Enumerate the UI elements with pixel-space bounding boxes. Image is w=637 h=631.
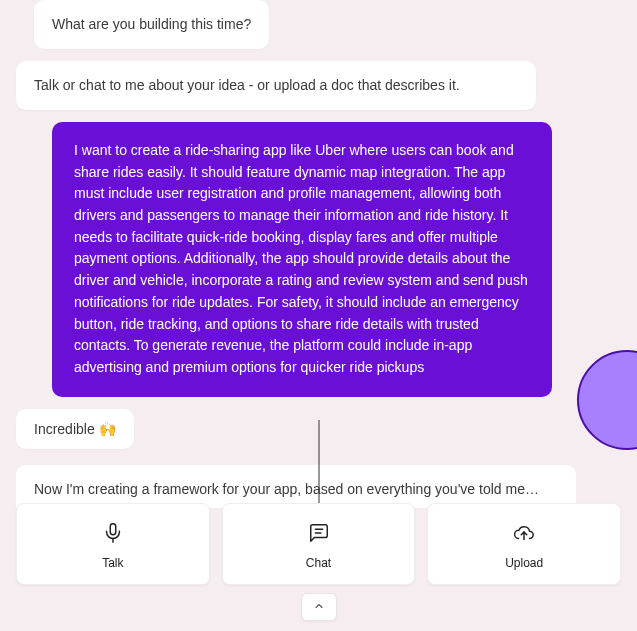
- chat-container: What are you building this time? Talk or…: [0, 0, 637, 508]
- bot-instruction-text: Talk or chat to me about your idea - or …: [34, 77, 460, 93]
- chat-icon: [306, 520, 332, 546]
- user-message-idea: I want to create a ride-sharing app like…: [52, 122, 552, 397]
- upload-label: Upload: [505, 556, 543, 570]
- talk-button[interactable]: Talk: [16, 503, 210, 585]
- chat-label: Chat: [306, 556, 331, 570]
- bot-reaction-text: Incredible 🙌: [34, 421, 116, 437]
- bot-framework-text: Now I'm creating a framework for your ap…: [34, 481, 539, 497]
- microphone-icon: [100, 520, 126, 546]
- bot-prompt-text: What are you building this time?: [52, 16, 251, 32]
- user-idea-text: I want to create a ride-sharing app like…: [74, 142, 528, 375]
- action-bar: Talk Chat Upload: [16, 503, 621, 585]
- talk-label: Talk: [102, 556, 123, 570]
- chat-button[interactable]: Chat: [222, 503, 416, 585]
- bot-message-framework: Now I'm creating a framework for your ap…: [16, 465, 576, 508]
- svg-rect-0: [110, 524, 116, 535]
- collapse-button[interactable]: [301, 593, 337, 621]
- upload-button[interactable]: Upload: [427, 503, 621, 585]
- cloud-upload-icon: [511, 520, 537, 546]
- bot-message-prompt: What are you building this time?: [34, 0, 269, 49]
- bot-message-instruction: Talk or chat to me about your idea - or …: [16, 61, 536, 110]
- bot-message-reaction: Incredible 🙌: [16, 409, 134, 449]
- chevron-up-icon: [313, 598, 325, 616]
